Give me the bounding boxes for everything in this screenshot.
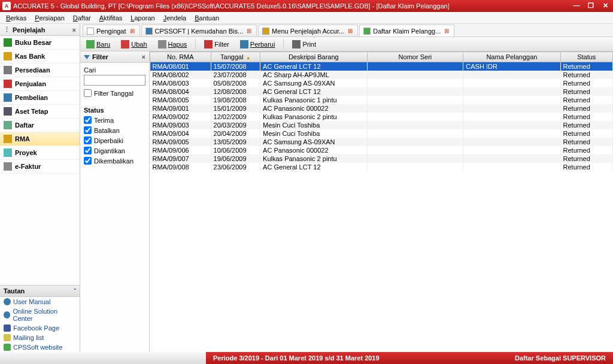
data-grid[interactable]: No. RMATanggalDeskripsi BarangNomor Seri… xyxy=(150,51,613,352)
chevron-down-icon[interactable]: ˇ xyxy=(74,287,76,295)
sidebar-item-label: Pembelian xyxy=(15,94,48,101)
col-header-status[interactable]: Status xyxy=(560,52,612,62)
table-row[interactable]: RMA/09/00115/01/2009AC Panasonic 000022R… xyxy=(150,104,613,113)
sidebar-close-icon[interactable]: × xyxy=(72,26,76,34)
tab-close-icon[interactable]: ⊠ xyxy=(443,28,450,34)
baru-button[interactable]: Baru xyxy=(84,39,113,50)
col-header-no-rma[interactable]: No. RMA xyxy=(150,52,211,62)
sidebar-item-penjualan[interactable]: Penjualan xyxy=(0,77,80,91)
sidebar-item-proyek[interactable]: Proyek xyxy=(0,146,80,160)
tab-menu[interactable]: Menu Penjelajah Accur...⊠ xyxy=(258,25,358,37)
cell-tgl: 20/04/2009 xyxy=(211,129,260,138)
tab-close-icon[interactable]: ⊠ xyxy=(129,28,136,34)
print-button[interactable]: Print xyxy=(290,39,318,50)
tautan-header[interactable]: Tautan ˇ xyxy=(0,285,80,297)
cari-input[interactable] xyxy=(84,75,145,86)
col-header-deskripsi-barang[interactable]: Deskripsi Barang xyxy=(260,52,367,62)
tab-daftar[interactable]: Daftar Klaim Pelangg...⊠ xyxy=(359,25,454,37)
sidebar-item-persediaan[interactable]: Persediaan xyxy=(0,63,80,77)
tab-cpssoft[interactable]: CPSSOFT | Kemudahan Bis...⊠ xyxy=(141,25,257,37)
status-filter-dikembalikan[interactable]: Dikembalikan xyxy=(84,157,145,165)
table-row[interactable]: RMA/08/00305/08/2008AC Samsung AS-09XANR… xyxy=(150,79,613,87)
col-header-nama-pelanggan[interactable]: Nama Pelanggan xyxy=(463,52,560,62)
menu-item-persiapan[interactable]: Persiapan xyxy=(31,13,68,23)
trash-icon xyxy=(158,40,166,48)
sidebar-item-aset-tetap[interactable]: Aset Tetap xyxy=(0,105,80,119)
status-checkbox[interactable] xyxy=(84,116,92,124)
cell-no: RMA/08/003 xyxy=(150,79,211,87)
cari-label: Cari xyxy=(84,66,145,74)
filter-tanggal-checkbox[interactable] xyxy=(84,89,92,97)
menu-item-daftar[interactable]: Daftar xyxy=(69,13,95,23)
sidebar-item-pembelian[interactable]: Pembelian xyxy=(0,91,80,105)
sidebar-item-label: RMA xyxy=(15,135,30,142)
filter-tanggal-label: Filter Tanggal xyxy=(94,90,133,97)
sidebar-item-e-faktur[interactable]: e-Faktur xyxy=(0,160,80,174)
col-header-nomor-seri[interactable]: Nomor Seri xyxy=(367,52,463,62)
baru-label: Baru xyxy=(96,41,110,48)
status-checkbox[interactable] xyxy=(84,147,92,154)
menu-item-berkas[interactable]: Berkas xyxy=(2,13,30,23)
link-facebook-page[interactable]: Facebook Page xyxy=(0,323,80,333)
hapus-button[interactable]: Hapus xyxy=(156,39,190,50)
link-user-manual[interactable]: User Manual xyxy=(0,297,80,307)
sidebar-item-daftar[interactable]: Daftar xyxy=(0,119,80,132)
hapus-label: Hapus xyxy=(168,41,187,48)
status-checkbox[interactable] xyxy=(84,157,92,165)
table-row[interactable]: RMA/09/00320/03/2009Mesin Cuci ToshibaRe… xyxy=(150,121,613,129)
cell-desc: AC Samsung AS-09XAN xyxy=(260,79,367,87)
sidebar-nav-list: Buku BesarKas BankPersediaanPenjualanPem… xyxy=(0,36,80,174)
cell-no: RMA/09/007 xyxy=(150,154,211,163)
table-row[interactable]: RMA/09/00719/06/2009Kulkas Panasonic 2 p… xyxy=(150,154,613,163)
menu-item-laporan[interactable]: Laporan xyxy=(127,13,158,23)
col-header-tanggal[interactable]: Tanggal xyxy=(211,52,260,62)
sidebar-grip-icon[interactable]: ⋮ xyxy=(4,26,10,34)
link-label: Online Solution Center xyxy=(13,308,76,322)
tab-close-icon[interactable]: ⊠ xyxy=(347,28,354,34)
status-filter-batalkan[interactable]: Batalkan xyxy=(84,126,145,134)
tab-pengingat[interactable]: Pengingat⊠ xyxy=(83,25,140,37)
cell-tgl: 19/08/2008 xyxy=(211,96,260,104)
menu-item-bantuan[interactable]: Bantuan xyxy=(191,13,223,23)
table-row[interactable]: RMA/09/00823/06/2009AC General LCT 12Ret… xyxy=(150,163,613,171)
maximize-icon[interactable]: ❐ xyxy=(585,2,596,10)
table-row[interactable]: RMA/08/00412/08/2008AC General LCT 12Ret… xyxy=(150,87,613,96)
minimize-icon[interactable]: — xyxy=(571,2,582,10)
cell-seri xyxy=(367,154,463,163)
menu-item-aktifitas[interactable]: Aktifitas xyxy=(96,13,126,23)
link-online-solution-center[interactable]: Online Solution Center xyxy=(0,307,80,323)
filter-panel-header: Filter × xyxy=(80,51,149,63)
ubah-button[interactable]: Ubah xyxy=(119,39,149,50)
sidebar-item-buku-besar[interactable]: Buku Besar xyxy=(0,36,80,50)
table-row[interactable]: RMA/09/00420/04/2009Mesin Cuci ToshibaRe… xyxy=(150,129,613,138)
cell-seri xyxy=(367,129,463,138)
status-filter-terima[interactable]: Terima xyxy=(84,116,145,124)
titlebar: A ACCURATE 5 - Global Building, PT [C:\P… xyxy=(0,0,613,12)
status-checkbox[interactable] xyxy=(84,136,92,144)
cell-no: RMA/09/005 xyxy=(150,138,211,146)
sidebar-item-rma[interactable]: RMA xyxy=(0,132,80,146)
table-row[interactable]: RMA/08/00115/07/2008AC General LCT 12CAS… xyxy=(150,62,613,71)
toolbar-separator xyxy=(195,40,196,49)
cell-status: Returned xyxy=(560,104,612,113)
table-row[interactable]: RMA/08/00223/07/2008AC Sharp AH-AP9JMLRe… xyxy=(150,71,613,79)
menu-item-jendela[interactable]: Jendela xyxy=(160,13,190,23)
table-row[interactable]: RMA/09/00610/06/2009AC Panasonic 000022R… xyxy=(150,146,613,154)
filter-close-icon[interactable]: × xyxy=(142,53,145,60)
status-checkbox[interactable] xyxy=(84,126,92,134)
link-mailing-list[interactable]: Mailing list xyxy=(0,333,80,342)
print-icon xyxy=(292,40,301,48)
table-row[interactable]: RMA/08/00519/08/2008Kulkas Panasonic 1 p… xyxy=(150,96,613,104)
filter-button[interactable]: Filter xyxy=(202,39,231,50)
status-filter-diperbaiki[interactable]: Diperbaiki xyxy=(84,136,145,144)
perbarui-button[interactable]: Perbarui xyxy=(238,39,278,50)
table-row[interactable]: RMA/09/00212/02/2009Kulkas Panasonic 2 p… xyxy=(150,113,613,121)
status-filter-digantikan[interactable]: Digantikan xyxy=(84,147,145,154)
tab-close-icon[interactable]: ⊠ xyxy=(245,28,253,34)
table-row[interactable]: RMA/09/00513/05/2009AC Samsung AS-09XANR… xyxy=(150,138,613,146)
tautan-title: Tautan xyxy=(4,287,25,295)
sidebar-item-kas-bank[interactable]: Kas Bank xyxy=(0,50,80,63)
link-cpssoft-website[interactable]: CPSSoft website xyxy=(0,342,80,352)
status-label: Digantikan xyxy=(94,147,125,154)
close-icon[interactable]: ✕ xyxy=(600,2,611,10)
